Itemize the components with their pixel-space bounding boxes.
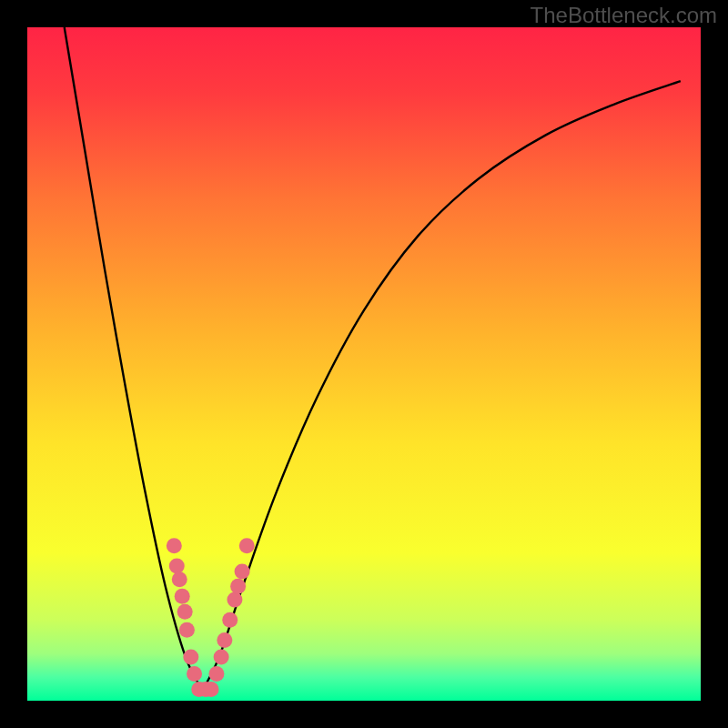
data-dot (227, 592, 242, 608)
data-dot (217, 632, 232, 648)
data-dot (183, 649, 198, 664)
data-dot (175, 589, 190, 604)
data-dot (167, 538, 182, 553)
chart-svg (27, 27, 701, 701)
data-dot (239, 538, 255, 553)
data-dot (204, 682, 219, 697)
data-dot (214, 649, 229, 664)
data-dot (172, 571, 187, 587)
data-dot (230, 579, 246, 594)
data-dot (187, 666, 202, 682)
data-dot (169, 559, 185, 574)
data-dot (208, 666, 224, 682)
plot-area (27, 27, 701, 701)
data-dot (177, 604, 193, 620)
data-dot (179, 622, 195, 638)
watermark-text: TheBottleneck.com (531, 3, 717, 28)
data-dot (222, 612, 238, 628)
chart-container: TheBottleneck.com (0, 0, 728, 728)
data-dot (235, 563, 250, 579)
gradient-background (27, 27, 701, 701)
